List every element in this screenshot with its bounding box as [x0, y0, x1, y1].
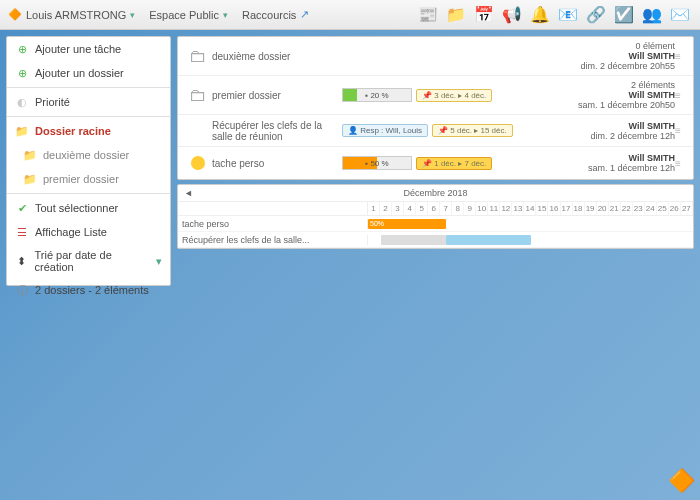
task-list: 🗀deuxième dossier0 élémentWill SMITHdim.…	[177, 36, 694, 180]
progress-bar: ▪ 20 %	[342, 88, 412, 102]
resp-badge: 👤 Resp : Will, Louis	[342, 124, 428, 137]
folder-icon: 📁	[23, 148, 37, 162]
folder-icon: 🗀	[184, 45, 212, 67]
toolbar-icon[interactable]: 🔔	[528, 3, 552, 27]
drag-handle[interactable]: ≡	[675, 51, 687, 62]
folder-icon: 📁	[23, 172, 37, 186]
drag-handle[interactable]: ≡	[675, 90, 687, 101]
date-badge: 📌 1 déc. ▸ 7 déc.	[416, 157, 492, 170]
shortcuts-menu[interactable]: Raccourcis ↗	[242, 8, 309, 21]
item-title: premier dossier	[212, 90, 342, 101]
toolbar-icon[interactable]: 📁	[444, 3, 468, 27]
add-folder[interactable]: ⊕Ajouter un dossier	[7, 61, 170, 85]
check-icon: ✔	[15, 201, 29, 215]
gantt-bar[interactable]	[446, 235, 531, 245]
app-logo: 🔶	[668, 468, 694, 494]
folder-icon: 📁	[15, 124, 29, 138]
list-item[interactable]: 🗀deuxième dossier0 élémentWill SMITHdim.…	[178, 37, 693, 76]
plus-icon: ⊕	[15, 66, 29, 80]
info-icon: ⓘ	[15, 283, 29, 297]
user-menu[interactable]: 🔶 Louis ARMSTRONG ▾	[8, 8, 135, 21]
space-menu[interactable]: Espace Public ▾	[149, 9, 228, 21]
progress-bar: ▪ 50 %	[342, 156, 412, 170]
prev-month[interactable]: ◄	[184, 188, 193, 198]
item-title: Récupérer les clefs de la salle de réuni…	[212, 120, 342, 142]
date-badge: 📌 3 déc. ▸ 4 déc.	[416, 89, 492, 102]
list-item[interactable]: 🗀premier dossier▪ 20 %📌 3 déc. ▸ 4 déc.2…	[178, 76, 693, 115]
view-mode[interactable]: ☰Affichage Liste	[7, 220, 170, 244]
item-title: tache perso	[212, 158, 342, 169]
root-folder[interactable]: 📁Dossier racine	[7, 119, 170, 143]
sidebar: ⊕Ajouter une tâche ⊕Ajouter un dossier ◐…	[6, 36, 171, 286]
add-task[interactable]: ⊕Ajouter une tâche	[7, 37, 170, 61]
gantt-month: ◄Décembre 2018	[178, 185, 693, 202]
gantt-label: Récupérer les clefs de la salle...	[178, 235, 368, 245]
priority-icon: ◐	[15, 95, 29, 109]
gantt-chart: ◄Décembre 2018 1234567891011121314151617…	[177, 184, 694, 249]
folder-icon: 🗀	[184, 84, 212, 106]
task-icon	[184, 152, 212, 174]
toolbar-icon[interactable]: 📢	[500, 3, 524, 27]
gantt-label: tache perso	[178, 219, 368, 229]
sub-folder-2[interactable]: 📁premier dossier	[7, 167, 170, 191]
toolbar-icon[interactable]: 🔗	[584, 3, 608, 27]
select-all[interactable]: ✔Tout sélectionner	[7, 196, 170, 220]
plus-icon: ⊕	[15, 42, 29, 56]
toolbar-icon[interactable]: 👥	[640, 3, 664, 27]
gantt-row[interactable]: Récupérer les clefs de la salle...	[178, 232, 693, 248]
gantt-row[interactable]: tache perso50%	[178, 216, 693, 232]
list-icon: ☰	[15, 225, 29, 239]
toolbar-icon[interactable]: 📰	[416, 3, 440, 27]
gantt-bar[interactable]: 50%	[368, 219, 446, 229]
sub-folder-1[interactable]: 📁deuxième dossier	[7, 143, 170, 167]
priority[interactable]: ◐Priorité	[7, 90, 170, 114]
gantt-bar[interactable]	[381, 235, 446, 245]
top-bar: 🔶 Louis ARMSTRONG ▾ Espace Public ▾ Racc…	[0, 0, 700, 30]
toolbar-icon[interactable]: ☑️	[612, 3, 636, 27]
date-badge: 📌 5 déc. ▸ 15 déc.	[432, 124, 513, 137]
sort-mode[interactable]: ⬍Trié par date de création ▾	[7, 244, 170, 278]
summary: ⓘ2 dossiers - 2 éléments	[7, 278, 170, 302]
toolbar-icon[interactable]: ✉️	[668, 3, 692, 27]
list-item[interactable]: tache perso▪ 50 %📌 1 déc. ▸ 7 déc.Will S…	[178, 147, 693, 179]
item-title: deuxième dossier	[212, 51, 342, 62]
sort-icon: ⬍	[15, 254, 29, 268]
toolbar-icon[interactable]: 📧	[556, 3, 580, 27]
list-item[interactable]: Récupérer les clefs de la salle de réuni…	[178, 115, 693, 147]
drag-handle[interactable]: ≡	[675, 125, 687, 136]
drag-handle[interactable]: ≡	[675, 158, 687, 169]
toolbar-icons: 📰📁📅📢🔔📧🔗☑️👥✉️	[416, 3, 692, 27]
toolbar-icon[interactable]: 📅	[472, 3, 496, 27]
